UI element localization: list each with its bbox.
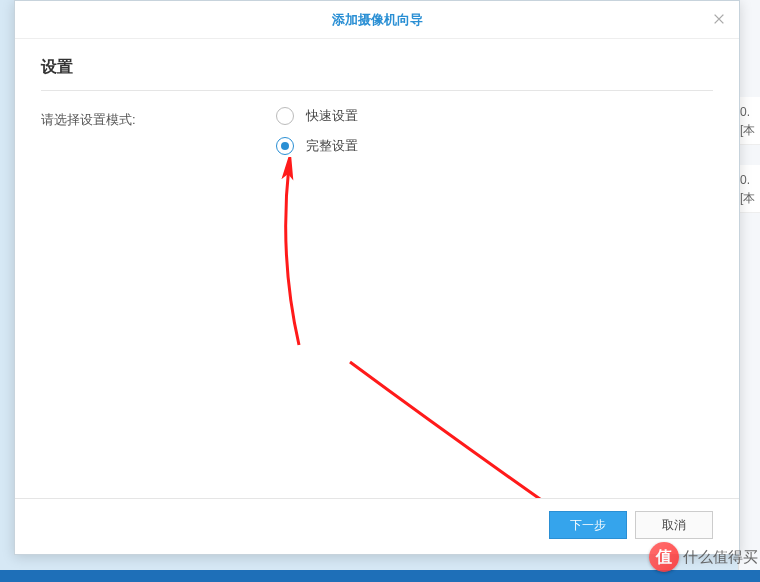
watermark: 值 什么值得买 bbox=[649, 542, 758, 572]
annotation-arrow bbox=[269, 157, 309, 347]
watermark-logo-icon: 值 bbox=[649, 542, 679, 572]
background-panel bbox=[738, 0, 760, 582]
dialog-header: 添加摄像机向导 bbox=[15, 1, 739, 39]
add-camera-wizard-dialog: 添加摄像机向导 设置 请选择设置模式: 快速设置 完整设置 bbox=[14, 0, 740, 555]
radio-quick-setup[interactable]: 快速设置 bbox=[276, 107, 358, 125]
bg-location: [本 bbox=[740, 121, 758, 139]
watermark-text: 什么值得买 bbox=[683, 548, 758, 567]
cancel-button[interactable]: 取消 bbox=[635, 511, 713, 539]
dialog-body: 设置 请选择设置模式: 快速设置 完整设置 bbox=[15, 39, 739, 498]
radio-icon bbox=[276, 137, 294, 155]
next-button[interactable]: 下一步 bbox=[549, 511, 627, 539]
bg-list-row: 0. [本 bbox=[738, 97, 760, 145]
radio-label: 快速设置 bbox=[306, 107, 358, 125]
close-icon[interactable] bbox=[711, 12, 727, 28]
bg-value: 0. bbox=[740, 103, 758, 121]
setup-mode-label: 请选择设置模式: bbox=[41, 107, 276, 129]
radio-icon bbox=[276, 107, 294, 125]
radio-label: 完整设置 bbox=[306, 137, 358, 155]
window-titlebar-bottom bbox=[0, 570, 760, 582]
bg-list-row: 0. [本 bbox=[738, 165, 760, 213]
dialog-title: 添加摄像机向导 bbox=[332, 12, 423, 27]
section-title: 设置 bbox=[41, 57, 713, 91]
dialog-footer: 下一步 取消 bbox=[15, 498, 739, 554]
bg-location: [本 bbox=[740, 189, 758, 207]
radio-full-setup[interactable]: 完整设置 bbox=[276, 137, 358, 155]
setup-mode-row: 请选择设置模式: 快速设置 完整设置 bbox=[41, 107, 713, 155]
bg-value: 0. bbox=[740, 171, 758, 189]
setup-mode-radio-group: 快速设置 完整设置 bbox=[276, 107, 358, 155]
